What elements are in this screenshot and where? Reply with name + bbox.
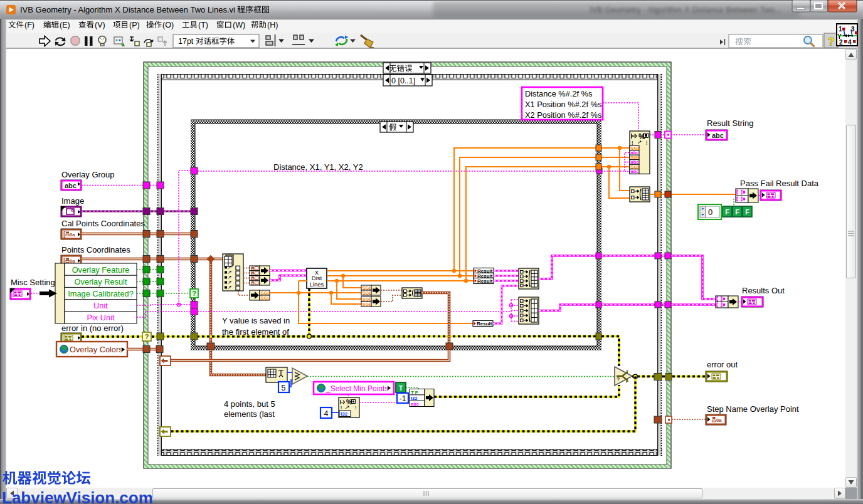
svg-text:4: 4 (848, 39, 852, 46)
svg-text:abc: abc (712, 132, 724, 139)
svg-text:!: ! (355, 405, 356, 411)
svg-text:F: F (626, 379, 628, 384)
svg-text:Unit: Unit (93, 301, 108, 310)
svg-text:error in (no error): error in (no error) (61, 323, 124, 333)
svg-text:abc: abc (631, 169, 639, 174)
svg-text:Overlay Colors: Overlay Colors (70, 345, 123, 354)
svg-text:Distance, X1, Y1, X2, Y2: Distance, X1, Y1, X2, Y2 (273, 162, 363, 172)
svg-text:elements (last: elements (last (224, 409, 275, 419)
svg-text:X2 Position %#.2f %s: X2 Position %#.2f %s (525, 110, 601, 120)
svg-text:F: F (745, 208, 749, 216)
svg-text:0: 0 (708, 207, 712, 217)
svg-text:2: 2 (839, 39, 843, 46)
svg-text:Pix Unit: Pix Unit (87, 313, 115, 322)
svg-text:Lines: Lines (310, 281, 324, 288)
svg-text:!: ! (646, 140, 648, 146)
svg-text:?: ? (828, 36, 834, 48)
svg-text:(V): (V) (95, 21, 105, 29)
svg-text:(W): (W) (233, 21, 245, 29)
svg-text:17pt: 17pt (178, 37, 194, 46)
svg-text:Misc Setting: Misc Setting (11, 278, 55, 287)
svg-text:F: F (725, 208, 729, 216)
svg-text:1: 1 (839, 26, 842, 33)
svg-text:Distance %#.2f %s: Distance %#.2f %s (525, 89, 592, 98)
svg-text:5: 5 (282, 384, 286, 392)
svg-text:I32: I32 (341, 411, 348, 417)
svg-text:F: F (735, 208, 739, 216)
svg-text:Step Name Overlay Point: Step Name Overlay Point (707, 404, 799, 414)
svg-text:Y value is saved in: Y value is saved in (222, 316, 290, 325)
svg-text:0 [0..1]: 0 [0..1] (391, 76, 415, 85)
svg-text:X1 Position %#.2f %s: X1 Position %#.2f %s (525, 100, 601, 109)
svg-text:Overlay Group: Overlay Group (61, 170, 115, 179)
svg-text:SGL: SGL (363, 302, 373, 307)
svg-text:Image Calibrated?: Image Calibrated? (68, 289, 134, 298)
svg-text:-1: -1 (400, 394, 406, 403)
svg-text:Result: Result (477, 321, 492, 327)
svg-text:IVB Geometry - Algorithm X Dis: IVB Geometry - Algorithm X Distance Betw… (20, 5, 235, 14)
svg-text:0a: 0a (70, 258, 75, 264)
svg-text:(O): (O) (162, 21, 174, 29)
svg-text:Result: Result (477, 278, 493, 284)
svg-text:%: % (346, 399, 352, 406)
svg-text:0a: 0a (716, 417, 722, 423)
svg-text:Results Out: Results Out (742, 286, 785, 295)
svg-text:?: ? (192, 290, 196, 297)
svg-text:0a: 0a (70, 232, 75, 238)
svg-text:?: ? (617, 376, 620, 382)
svg-text:Overlay Feature: Overlay Feature (72, 265, 130, 275)
svg-text:4: 4 (324, 409, 329, 418)
svg-text:(F): (F) (24, 21, 34, 29)
svg-text:Points Coordinates: Points Coordinates (61, 245, 130, 255)
svg-text:Overlay Result: Overlay Result (75, 277, 127, 286)
svg-text:(H): (H) (267, 21, 278, 29)
svg-text:(T): (T) (198, 21, 208, 29)
svg-text:SGL: SGL (261, 295, 271, 301)
svg-text:?: ? (145, 333, 149, 340)
svg-text:(E): (E) (60, 21, 70, 29)
svg-text:!: ! (341, 405, 342, 411)
svg-text:Result String: Result String (707, 118, 753, 128)
svg-text:T F: T F (411, 390, 418, 396)
svg-text:abc: abc (65, 182, 77, 189)
svg-text:_Select Min Points: _Select Min Points (326, 384, 388, 393)
svg-text:the first element of: the first element of (222, 327, 289, 337)
svg-text:I32: I32 (411, 396, 417, 401)
svg-text:Cal Points Coordinates: Cal Points Coordinates (61, 219, 145, 228)
svg-text:T: T (626, 370, 628, 374)
svg-text:4 points, but 5: 4 points, but 5 (224, 399, 275, 409)
svg-text:T: T (399, 384, 403, 392)
svg-text:SGL: SGL (363, 290, 373, 296)
svg-text:error out: error out (707, 360, 738, 369)
svg-text:Pass Fail Result Data: Pass Fail Result Data (740, 179, 819, 188)
svg-text:(P): (P) (129, 21, 140, 29)
svg-text:Image: Image (61, 196, 84, 206)
svg-text:abc: abc (411, 401, 419, 407)
